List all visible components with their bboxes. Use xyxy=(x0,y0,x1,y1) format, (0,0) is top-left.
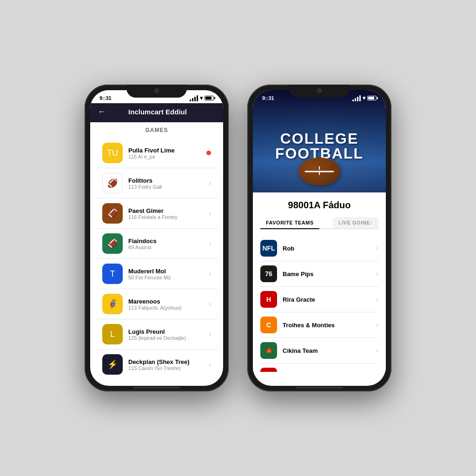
battery xyxy=(205,96,214,100)
chevron-icon: › xyxy=(376,346,378,355)
app-info: Paest Gimer116 Foiotals a Fontey xyxy=(128,207,203,220)
app-list-item[interactable]: 🏈Folittors113 Fodry Gall› xyxy=(96,168,218,198)
app-list-item[interactable]: 🏈Fiaindocs69 Assicst› xyxy=(96,229,218,259)
app-name: Lugis Preunl xyxy=(128,328,203,335)
bar2 xyxy=(192,98,193,101)
app-icon: 🏈 xyxy=(102,203,123,224)
app-icon: ⚡ xyxy=(102,354,123,375)
left-phone-content: GAMES TUPulla Fivof Lime115 Al e_pe🏈Foli… xyxy=(90,122,223,379)
scene: 9::31 ▾ ← Inclumcart Eddiul xyxy=(0,0,476,476)
team-logo: C xyxy=(260,317,277,333)
bar1 xyxy=(190,99,191,101)
app-icon: T xyxy=(102,264,123,284)
app-name: Mareenoos xyxy=(128,298,203,305)
app-icon: L xyxy=(102,324,123,344)
chevron-icon: › xyxy=(376,321,378,329)
app-sub: 116 Foiotals a Fontey xyxy=(128,214,203,220)
app-list-item[interactable]: 🦸Mareenoos113 Fabjucts. A(yclous)› xyxy=(96,289,218,319)
left-nav: ← Inclumcart Eddiul xyxy=(90,103,223,122)
app-name: Paest Gimer xyxy=(128,207,203,214)
team-name: Bame Pips xyxy=(283,271,370,278)
app-subtitle: 98001A Fáduo xyxy=(260,200,378,211)
app-list-item[interactable]: 🏈Paest Gimer116 Foiotals a Fontey› xyxy=(96,198,218,229)
app-info: Deckplan (Shex Tree)115 Caium ISn Treshe… xyxy=(128,358,203,371)
team-item[interactable]: CTroihes & Monties› xyxy=(260,312,378,338)
app-name: Mudererl Mol xyxy=(128,268,203,275)
chevron-icon: › xyxy=(376,244,378,252)
football-ball xyxy=(298,158,340,185)
app-info: Pulla Fivof Lime115 Al e_pe xyxy=(128,147,201,159)
app-icon: 🏈 xyxy=(102,173,123,193)
chevron-icon: › xyxy=(209,300,211,308)
app-list-item[interactable]: LLugis Preunl125 (lepirad ve Deckaijle)› xyxy=(96,319,218,350)
right-status-icons: ▾ xyxy=(352,95,377,101)
right-battery xyxy=(367,96,377,100)
chevron-icon: › xyxy=(209,179,211,187)
tab-item[interactable]: LIVE GOINE↑ xyxy=(333,217,378,228)
team-logo: 76 xyxy=(260,265,277,282)
bar1 xyxy=(352,99,354,101)
bar3 xyxy=(194,97,196,101)
chevron-icon: › xyxy=(209,360,211,369)
app-info: Fiaindocs69 Assicst xyxy=(128,238,203,250)
home-indicator-left xyxy=(133,387,180,389)
home-indicator-right xyxy=(296,387,343,389)
app-icon: 🦸 xyxy=(102,294,123,314)
wifi-icon: ▾ xyxy=(200,95,203,101)
tab-item[interactable]: FAVORITE TEAMS xyxy=(260,217,319,229)
team-item[interactable]: HRira Gracte› xyxy=(260,287,378,312)
chevron-icon: › xyxy=(209,270,211,278)
left-status-icons: ▾ xyxy=(190,95,214,101)
right-content: 98001A Fáduo FAVORITE TEAMSLIVE GOINE↑ N… xyxy=(253,192,386,372)
app-icon: 🏈 xyxy=(102,233,123,254)
app-info: Folittors113 Fodry Gall xyxy=(128,177,203,190)
hero-section: COLLEGE FOOTBALL xyxy=(253,90,386,192)
team-logo: H xyxy=(260,368,277,372)
app-sub: 69 Assicst xyxy=(128,245,203,250)
nav-title: Inclumcart Eddiul xyxy=(111,108,205,116)
chevron-icon: › xyxy=(209,239,211,248)
right-wifi-icon: ▾ xyxy=(363,95,365,101)
app-list-item[interactable]: TUPulla Fivof Lime115 Al e_pe xyxy=(96,138,218,168)
chevron-icon: › xyxy=(209,330,211,338)
app-sub: 113 Fabjucts. A(yclous) xyxy=(128,305,203,311)
bar3 xyxy=(357,97,358,101)
right-phone: 9::31 ▾ COLLEGE FOOTBALL xyxy=(247,85,391,391)
app-icon: TU xyxy=(102,143,123,163)
back-button[interactable]: ← xyxy=(98,107,106,117)
right-time: 9::31 xyxy=(262,95,274,101)
bar4 xyxy=(197,95,198,101)
right-signal xyxy=(352,95,361,101)
team-item[interactable]: NFLRob› xyxy=(260,236,378,261)
app-sub: 115 Caium ISn Treshe) xyxy=(128,365,203,371)
app-list: TUPulla Fivof Lime115 Al e_pe🏈Folittors1… xyxy=(96,138,218,379)
team-name: Troihes & Monties xyxy=(283,322,370,329)
team-list: NFLRob›76Bame Pips›HRira Gracte›CTroihes… xyxy=(260,236,378,372)
app-info: Mudererl Mol50 For Feruote Mi) xyxy=(128,268,203,280)
app-sub: 125 (lepirad ve Deckaijle) xyxy=(128,335,203,341)
app-list-item[interactable]: ⚡Deckplan (Shex Tree)115 Caium ISn Tresh… xyxy=(96,350,218,379)
app-info: Mareenoos113 Fabjucts. A(yclous) xyxy=(128,298,203,311)
college-line1: COLLEGE xyxy=(275,131,364,146)
app-name: Folittors xyxy=(128,177,203,184)
left-time: 9::31 xyxy=(99,95,112,101)
football-laces xyxy=(319,166,320,175)
chevron-icon: › xyxy=(376,295,378,304)
app-info: Lugis Preunl125 (lepirad ve Deckaijle) xyxy=(128,328,203,341)
app-name: Deckplan (Shex Tree) xyxy=(128,358,203,365)
lace2 xyxy=(319,172,320,175)
red-dot xyxy=(206,151,211,155)
left-phone: 9::31 ▾ ← Inclumcart Eddiul xyxy=(85,85,229,391)
bar4 xyxy=(359,95,361,101)
team-item[interactable]: 🍁Cikina Team› xyxy=(260,338,378,364)
team-logo: NFL xyxy=(260,240,277,257)
app-list-item[interactable]: TMudererl Mol50 For Feruote Mi)› xyxy=(96,259,218,289)
lace1 xyxy=(319,166,320,170)
team-item[interactable]: 76Bame Pips› xyxy=(260,261,378,287)
team-item[interactable]: HMoney› xyxy=(260,364,378,372)
app-name: Fiaindocs xyxy=(128,238,203,245)
team-name: Cikina Team xyxy=(283,347,370,354)
team-name: Rob xyxy=(283,245,370,252)
games-section-header: GAMES xyxy=(90,122,223,138)
app-sub: 50 For Feruote Mi) xyxy=(128,275,203,280)
